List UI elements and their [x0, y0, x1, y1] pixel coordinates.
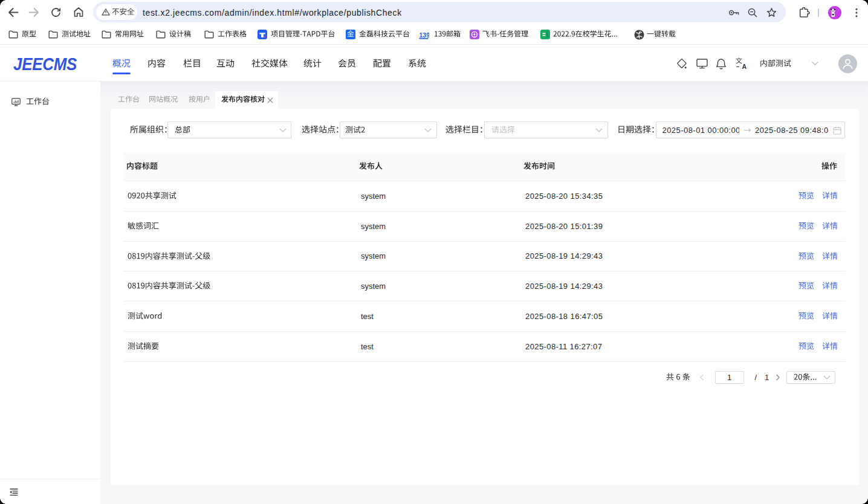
svg-text:139: 139	[419, 31, 430, 39]
